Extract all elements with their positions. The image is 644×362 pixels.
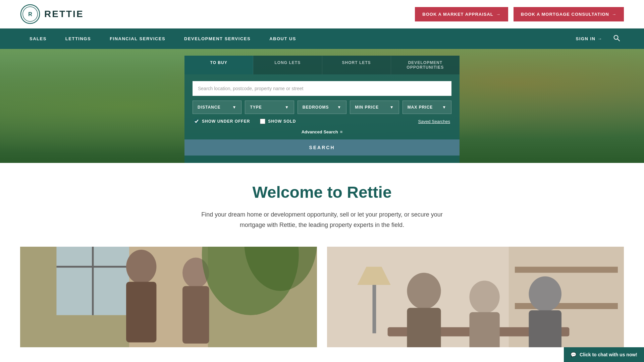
card-consulting[interactable] — [327, 247, 624, 347]
bedrooms-filter[interactable]: BEDROOMS ▼ — [298, 101, 346, 114]
svg-line-4 — [618, 39, 620, 41]
svg-rect-27 — [407, 308, 441, 347]
svg-point-11 — [126, 250, 156, 284]
show-sold-input[interactable] — [260, 119, 265, 124]
rettie-logo-icon: R — [20, 4, 40, 24]
svg-point-28 — [469, 281, 499, 313]
advanced-search-link[interactable]: Advanced Search ≡ — [302, 129, 343, 134]
logo-area[interactable]: R RETTIE — [20, 4, 84, 24]
svg-rect-32 — [372, 285, 376, 333]
svg-rect-20 — [515, 267, 618, 273]
search-input[interactable] — [193, 81, 451, 96]
saved-searches-link[interactable]: Saved Searches — [418, 119, 450, 124]
header-buttons: BOOK A MARKET APPRAISAL → BOOK A MORTGAG… — [415, 7, 624, 21]
show-under-offer-checkbox[interactable]: SHOW UNDER OFFER — [194, 119, 250, 124]
svg-rect-31 — [529, 310, 561, 347]
header: R RETTIE BOOK A MARKET APPRAISAL → BOOK … — [0, 0, 644, 28]
nav-item-financial-services[interactable]: FINANCIAL SERVICES — [100, 30, 175, 47]
checkbox-row: SHOW UNDER OFFER SHOW SOLD Saved Searche… — [193, 119, 451, 124]
search-content: DISTANCE ▼ TYPE ▼ BEDROOMS ▼ MIN PRICE ▼… — [184, 74, 460, 135]
svg-rect-12 — [126, 282, 156, 343]
nav-item-sales[interactable]: SALES — [20, 30, 56, 47]
book-appraisal-button[interactable]: BOOK A MARKET APPRAISAL → — [415, 7, 508, 21]
tab-long-lets[interactable]: LONG LETS — [253, 56, 322, 74]
welcome-title: Welcome to Rettie — [13, 183, 631, 201]
filter-row: DISTANCE ▼ TYPE ▼ BEDROOMS ▼ MIN PRICE ▼… — [193, 101, 451, 114]
svg-rect-21 — [515, 303, 618, 309]
logo-text: RETTIE — [44, 9, 84, 19]
type-filter[interactable]: TYPE ▼ — [245, 101, 294, 114]
tab-development-opportunities[interactable]: DEVELOPMENT OPPORTUNITIES — [391, 56, 460, 74]
welcome-description: Find your dream home or development oppo… — [201, 209, 443, 230]
svg-rect-14 — [182, 286, 209, 344]
max-price-filter[interactable]: MAX PRICE ▼ — [402, 101, 451, 114]
distance-filter[interactable]: DISTANCE ▼ — [193, 101, 241, 114]
card-buying[interactable] — [20, 247, 317, 347]
search-input-row — [193, 81, 451, 96]
under-offer-input[interactable] — [194, 119, 199, 124]
cards-row — [0, 247, 644, 347]
show-sold-checkbox[interactable]: SHOW SOLD — [260, 119, 296, 124]
advanced-search-row: Advanced Search ≡ — [193, 129, 451, 135]
nav-item-lettings[interactable]: LETTINGS — [56, 30, 100, 47]
svg-point-26 — [407, 273, 441, 309]
search-nav-icon[interactable] — [609, 28, 624, 49]
property-type-tabs: TO BUY LONG LETS SHORT LETS DEVELOPMENT … — [184, 56, 460, 74]
svg-text:R: R — [28, 11, 32, 17]
min-price-filter[interactable]: MIN PRICE ▼ — [350, 101, 399, 114]
search-button[interactable]: SEARCH — [184, 139, 460, 156]
tab-to-buy[interactable]: TO BUY — [184, 56, 253, 74]
main-nav: SALES LETTINGS FINANCIAL SERVICES DEVELO… — [0, 28, 644, 49]
nav-items: SALES LETTINGS FINANCIAL SERVICES DEVELO… — [20, 30, 569, 47]
search-panel: TO BUY LONG LETS SHORT LETS DEVELOPMENT … — [184, 56, 460, 163]
welcome-section: Welcome to Rettie Find your dream home o… — [0, 163, 644, 247]
tab-short-lets[interactable]: SHORT LETS — [322, 56, 391, 74]
svg-rect-29 — [469, 312, 499, 347]
svg-point-30 — [529, 277, 561, 312]
nav-item-development-services[interactable]: DEVELOPMENT SERVICES — [175, 30, 260, 47]
nav-item-about-us[interactable]: ABOUT US — [260, 30, 306, 47]
sign-in-button[interactable]: SIGN IN → — [569, 30, 609, 47]
book-mortgage-button[interactable]: BOOK A MORTGAGE CONSULTATION → — [514, 7, 624, 21]
hero-section: TO BUY LONG LETS SHORT LETS DEVELOPMENT … — [0, 49, 644, 163]
